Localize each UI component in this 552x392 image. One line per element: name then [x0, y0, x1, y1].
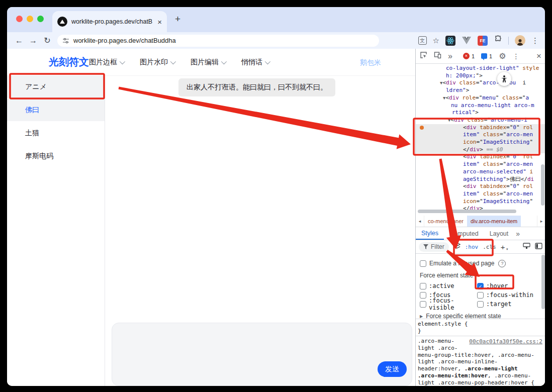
toggle-element-state-button[interactable]: :hov — [465, 244, 479, 250]
dom-tree-node[interactable]: icon="ImageStitching" — [416, 198, 545, 206]
forward-icon[interactable]: → — [26, 36, 40, 45]
profile-avatar[interactable] — [515, 35, 525, 46]
devtools-menu-icon[interactable]: ⋮ — [513, 53, 520, 60]
sidebar-item-2[interactable]: 土猫 — [7, 122, 105, 144]
dom-tree-node[interactable]: ldren"> — [416, 87, 545, 94]
sidebar-item-0[interactable]: アニメ — [7, 76, 105, 98]
vue-devtools-extension-icon[interactable] — [462, 36, 472, 46]
dom-tree-node[interactable]: <div tabindex="0" rol — [416, 153, 545, 161]
force-specific-element-state[interactable]: ▶ Force specific element state — [420, 313, 541, 320]
rendering-emulations-icon[interactable] — [523, 242, 530, 251]
bookmark-star-icon[interactable]: ☆ — [433, 37, 439, 44]
elements-vertical-scrollbar[interactable] — [541, 164, 544, 206]
breadcrumb-left-icon[interactable]: ◂ — [416, 216, 424, 227]
dom-tree-node[interactable]: icon="ImageStitching" — [416, 139, 545, 146]
state-checkbox-focus-within[interactable]: :focus-within — [477, 291, 541, 299]
force-element-state-label: Force element state — [420, 272, 541, 279]
dom-tree-node[interactable]: ageStitching">佛曰</di — [416, 176, 545, 183]
accessibility-person-icon[interactable] — [497, 72, 511, 86]
styles-filter-input[interactable]: Filter — [419, 242, 449, 252]
tabs-overflow-icon[interactable]: » — [514, 227, 522, 240]
fe-helper-extension-icon[interactable]: FE — [478, 36, 488, 46]
dom-tree-node[interactable]: nu arco-menu-light arco-m — [416, 102, 545, 110]
breadcrumb-item[interactable]: co-menu-inner — [424, 218, 467, 224]
element-classes-button[interactable]: .cls — [483, 244, 496, 250]
username-label[interactable]: 鹅包米 — [360, 58, 381, 67]
dom-tree-node[interactable]: rtical"> — [416, 109, 545, 117]
dom-tree-node[interactable]: h: 200px;"> — [416, 72, 545, 80]
new-style-rule-button[interactable]: +▾ — [501, 243, 505, 251]
devtools-close-icon[interactable]: × — [536, 52, 541, 60]
state-checkbox-target[interactable]: :target — [477, 301, 541, 308]
force-element-state-pane: Emulate a focused page ? Force element s… — [416, 254, 545, 319]
url-text[interactable]: worklite-pro.pages.dev/chatBuddha — [73, 37, 176, 44]
css-source-link[interactable]: 00c0ac01fa30f50e.css:2 — [469, 338, 542, 345]
checkbox-icon[interactable] — [477, 292, 484, 299]
new-tab-button[interactable]: + — [175, 14, 180, 25]
tab-computed[interactable]: Computed — [444, 227, 484, 240]
sidebar-item-3[interactable]: 摩斯电码 — [7, 145, 105, 167]
emulate-focused-page-checkbox[interactable] — [420, 260, 426, 267]
nav-item-2[interactable]: 图片编辑 — [191, 58, 225, 67]
react-devtools-extension-icon[interactable] — [445, 36, 455, 46]
dom-tree-node[interactable]: item" class="arco-men — [416, 190, 545, 198]
site-header: 光刻符文 图片边框图片水印图片编辑悄悄话 鹅包米 — [7, 49, 415, 76]
breadcrumb-right-icon[interactable]: ▸ — [537, 216, 545, 227]
dom-tree-node[interactable]: item" class="arco-men — [416, 131, 545, 139]
url-bar[interactable]: worklite-pro.pages.dev/chatBuddha — [57, 35, 379, 47]
tune-icon[interactable] — [62, 37, 69, 44]
checkbox-icon[interactable] — [420, 292, 426, 299]
minimize-window-button[interactable] — [27, 16, 33, 22]
tab-layout[interactable]: Layout — [484, 227, 514, 240]
checkbox-icon[interactable] — [420, 301, 426, 308]
checkbox-icon[interactable] — [477, 301, 484, 308]
checkbox-checked-icon[interactable]: ✓ — [477, 283, 484, 289]
styles-vertical-scrollbar[interactable] — [541, 255, 545, 309]
elements-horizontal-scrollbar[interactable] — [418, 210, 516, 213]
dom-tree-node[interactable]: item" class="arco-men — [416, 161, 545, 168]
state-checkbox-hover[interactable]: ✓:hover — [477, 282, 541, 289]
dom-tree-node[interactable]: ▼<div class="arco-layou i — [416, 79, 545, 87]
devtools-settings-gear-icon[interactable]: ⚙ — [499, 52, 506, 60]
send-button[interactable]: 发送 — [378, 361, 407, 377]
browser-menu-icon[interactable]: ⋮ — [531, 37, 539, 44]
inspect-element-icon[interactable] — [420, 51, 427, 61]
browser-tab[interactable]: worklite-pro.pages.dev/chatB × — [52, 11, 167, 32]
dom-tree-node[interactable]: arco-menu-selected" i — [416, 168, 545, 176]
help-icon[interactable]: ? — [498, 260, 506, 267]
dom-tree-node[interactable]: co-layout-sider-light" style — [416, 65, 545, 72]
nav-item-1[interactable]: 图片水印 — [140, 58, 174, 67]
sidebar-item-1[interactable]: 佛曰 — [7, 99, 105, 121]
element-states-layers-icon[interactable] — [453, 242, 461, 251]
maximize-window-button[interactable] — [37, 16, 44, 22]
checkbox-icon[interactable] — [420, 283, 426, 289]
extensions-puzzle-icon[interactable] — [494, 35, 502, 46]
nav-item-0[interactable]: 图片边框 — [89, 58, 124, 67]
dom-tree-node[interactable]: <div tabindex="0" rol — [416, 124, 545, 132]
dom-tree-node[interactable]: </div> == $0 — [416, 146, 545, 154]
state-checkbox-active[interactable]: :active — [420, 282, 477, 289]
reload-icon[interactable]: ↻ — [40, 36, 54, 45]
chat-input[interactable]: 发送 — [112, 323, 412, 386]
tab-styles[interactable]: Styles — [416, 227, 444, 240]
dom-tree-node[interactable]: ▼<div class="arco-menu-i — [416, 117, 545, 124]
error-badge[interactable]: × 1 — [463, 53, 475, 59]
issues-badge[interactable]: 1 — [481, 53, 492, 59]
breadcrumb-item-selected[interactable]: div.arco-menu-item — [467, 216, 521, 227]
back-icon[interactable]: ← — [12, 36, 26, 45]
panel-overflow-icon[interactable]: » — [448, 52, 452, 60]
chevron-down-icon — [265, 59, 270, 64]
state-checkbox-focus-visible[interactable]: :focus-visible — [420, 301, 477, 308]
dom-tree-node[interactable]: <div tabindex="0" rol — [416, 183, 545, 190]
dom-tree-node[interactable]: ▼<div role="menu" class="a — [416, 94, 545, 102]
toggle-sidebar-panel-icon[interactable] — [535, 242, 542, 251]
close-window-button[interactable] — [16, 16, 23, 22]
window-content: 光刻符文 图片边框图片水印图片编辑悄悄话 鹅包米 アニメ佛曰土猫摩斯电码 出家人… — [7, 49, 545, 386]
tab-close-icon[interactable]: × — [157, 18, 162, 26]
nav-item-3[interactable]: 悄悄话 — [241, 58, 269, 67]
element-style-section[interactable]: element.style { } — [416, 319, 545, 336]
translate-icon[interactable]: 文 — [418, 36, 427, 45]
elements-tree: co-layout-sider-light" styleh: 200px;">▼… — [416, 64, 545, 216]
site-logo[interactable]: 光刻符文 — [49, 55, 89, 69]
device-toolbar-icon[interactable] — [434, 51, 441, 61]
